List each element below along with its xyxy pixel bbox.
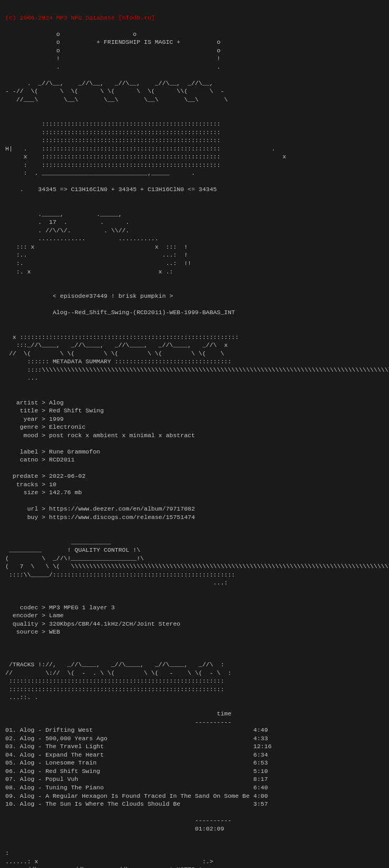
meta-url-label: url > <box>5 505 49 512</box>
qual-codec: MP3 MPEG 1 layer 3 <box>49 604 115 611</box>
qual-source: WEB <box>49 628 60 635</box>
metadata-section: artist > <box>5 399 49 406</box>
meta-tracks-label: tracks > <box>5 481 49 488</box>
meta-year: 1999 <box>49 416 64 422</box>
episode-text: < episode#37449 ! brisk pumpkin > <box>53 293 173 299</box>
time-header: time ---------- <box>5 710 231 725</box>
episode-line <box>5 293 53 299</box>
meta-buy: https://www.discogs.com/release/15751474 <box>49 514 195 521</box>
qual-quality-label: quality > <box>5 620 49 627</box>
quality-section: codec > <box>5 604 49 611</box>
meta-label-label: label > <box>5 448 49 455</box>
meta-predate: 2022-06-02 <box>49 473 86 479</box>
qual-quality: 320Kbps/CBR/44.1kHz/2CH/Joint Stereo <box>49 620 180 627</box>
meta-predate-label: predate > <box>5 473 49 479</box>
qual-source-label: source > <box>5 628 49 635</box>
total-time: 01:02:09 <box>195 825 224 832</box>
qual-encoder-label: encoder > <box>5 612 49 619</box>
meta-catno: RCD2011 <box>49 456 75 463</box>
meta-artist: Alog <box>49 399 64 406</box>
meta-title-label: title > <box>5 407 49 414</box>
meta-title: Red Shift Swing <box>49 407 104 414</box>
qual-encoder: Lame <box>49 612 64 619</box>
qc-art: ___________ _________ ! QUALITY CONTROL … <box>5 539 389 587</box>
tracks-art: /TRACKS !://, _//\____, _//\____, _//\__… <box>5 661 231 701</box>
tracklist: 01. Alog - Drifting West 4:49 02. Alog -… <box>5 727 272 807</box>
copyright-text: (c) 2006-2024 MP3 NFO Database [nfodb.ru… <box>5 14 155 21</box>
header-art: o o o + FRIENDSHIP IS MAGIC + o o o ! <box>5 31 220 70</box>
meta-buy-label: buy > <box>5 514 49 521</box>
meta-size: 142.76 mb <box>49 489 82 496</box>
meta-tracks: 10 <box>49 481 57 488</box>
art3: x ::::::::::::::::::::::::::::::::::::::… <box>5 334 389 382</box>
meta-genre-label: genre > <box>5 423 49 430</box>
notes-art: : ......: x :.> ..:..,//\___, , _//\____… <box>5 850 253 868</box>
dot-art-1: ::::::::::::::::::::::::::::::::::::::::… <box>5 120 286 176</box>
meta-label: Rune Grammofon <box>49 448 100 455</box>
meta-size-label: size > <box>5 489 49 496</box>
meta-catno-label: catno > <box>5 456 49 463</box>
meta-mood: post rock x ambient x minimal x abstract <box>49 432 195 439</box>
nfo-content: (c) 2006-2024 MP3 NFO Database [nfodb.ru… <box>5 5 384 868</box>
formula-line: . 34345 => C13H16ClN0 + 34345 + C13H16Cl… <box>5 186 217 193</box>
meta-mood-label: mood > <box>5 432 49 439</box>
meta-url: https://www.deezer.com/en/album/79717082 <box>49 505 195 512</box>
art2: ._____, ._____, . 17 . . . . //\/\/. . \… <box>5 211 191 275</box>
meta-year-label: year > <box>5 416 49 422</box>
art-ships: . _//\__, _//\__, _//\__, _//\__, _//\__… <box>5 80 228 103</box>
release-name: Alog--Red_Shift_Swing-(RCD2011)-WEB-1999… <box>53 309 235 316</box>
meta-genre: Electronic <box>49 423 86 430</box>
